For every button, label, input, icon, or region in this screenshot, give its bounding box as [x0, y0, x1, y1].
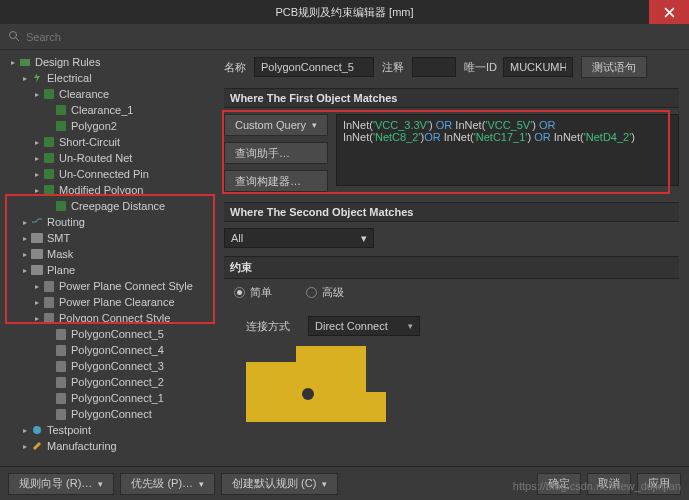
- priority-button[interactable]: 优先级 (P)…: [120, 473, 215, 495]
- tree-pc4[interactable]: PolygonConnect_4: [2, 342, 218, 358]
- tree-unconnected[interactable]: ▸Un-Connected Pin: [2, 166, 218, 182]
- tree-root[interactable]: ▸Design Rules: [2, 54, 218, 70]
- rules-tree: ▸Design Rules ▸Electrical ▸Clearance Cle…: [0, 50, 218, 458]
- chevron-down-icon: ▾: [361, 232, 367, 245]
- connect-style-label: 连接方式: [246, 319, 290, 334]
- tree-ppc[interactable]: ▸Power Plane Clearance: [2, 294, 218, 310]
- svg-rect-1: [20, 59, 30, 66]
- custom-query-dropdown[interactable]: Custom Query: [224, 114, 328, 136]
- radio-icon: [234, 287, 245, 298]
- tree-plane[interactable]: ▸Plane: [2, 262, 218, 278]
- second-match-dropdown[interactable]: All▾: [224, 228, 374, 248]
- tree-unrouted[interactable]: ▸Un-Routed Net: [2, 150, 218, 166]
- tree-pc3[interactable]: PolygonConnect_3: [2, 358, 218, 374]
- svg-point-2: [33, 426, 41, 434]
- name-label: 名称: [224, 60, 246, 75]
- radio-simple[interactable]: 简单: [234, 285, 272, 300]
- tree-routing[interactable]: ▸Routing: [2, 214, 218, 230]
- tree-pc5[interactable]: PolygonConnect_5: [2, 326, 218, 342]
- comment-input[interactable]: [412, 57, 456, 77]
- rule-wizard-button[interactable]: 规则向导 (R)…: [8, 473, 114, 495]
- tree-creepage[interactable]: Creepage Distance: [2, 198, 218, 214]
- tree-manufacturing[interactable]: ▸Manufacturing: [2, 438, 218, 454]
- tree-electrical[interactable]: ▸Electrical: [2, 70, 218, 86]
- query-helper-button[interactable]: 查询助手…: [224, 142, 328, 164]
- tree-pc[interactable]: PolygonConnect: [2, 406, 218, 422]
- window-title: PCB规则及约束编辑器 [mm]: [275, 5, 413, 20]
- connect-style-select[interactable]: Direct Connect: [308, 316, 420, 336]
- tree-polygon2[interactable]: Polygon2: [2, 118, 218, 134]
- close-icon: [664, 7, 675, 18]
- svg-point-0: [10, 31, 17, 38]
- radio-advanced[interactable]: 高级: [306, 285, 344, 300]
- first-match-header: Where The First Object Matches: [224, 88, 679, 108]
- cancel-button[interactable]: 取消: [587, 473, 631, 495]
- query-builder-button[interactable]: 查询构建器…: [224, 170, 328, 192]
- tree-modified-poly[interactable]: ▸Modified Polygon: [2, 182, 218, 198]
- pad-dot-icon: [302, 388, 314, 400]
- tree-ppcs[interactable]: ▸Power Plane Connect Style: [2, 278, 218, 294]
- tree-clearance[interactable]: ▸Clearance: [2, 86, 218, 102]
- ok-button[interactable]: 确定: [537, 473, 581, 495]
- tree-pcs[interactable]: ▸Polygon Connect Style: [2, 310, 218, 326]
- search-icon: [8, 30, 20, 44]
- create-default-button[interactable]: 创建默认规则 (C): [221, 473, 338, 495]
- connect-preview: [246, 346, 386, 436]
- tree-testpoint[interactable]: ▸Testpoint: [2, 422, 218, 438]
- name-input[interactable]: [254, 57, 374, 77]
- close-button[interactable]: [649, 0, 689, 24]
- tree-smt[interactable]: ▸SMT: [2, 230, 218, 246]
- tree-clearance1[interactable]: Clearance_1: [2, 102, 218, 118]
- id-input[interactable]: [503, 57, 573, 77]
- second-match-header: Where The Second Object Matches: [224, 202, 679, 222]
- apply-button[interactable]: 应用: [637, 473, 681, 495]
- radio-icon: [306, 287, 317, 298]
- search-input[interactable]: [26, 31, 206, 43]
- query-textarea[interactable]: InNet('VCC_3.3V') OR InNet('VCC_5V') OR …: [336, 114, 679, 186]
- test-query-button[interactable]: 测试语句: [581, 56, 647, 78]
- constraints-header: 约束: [224, 256, 679, 279]
- tree-pc2[interactable]: PolygonConnect_2: [2, 374, 218, 390]
- tree-pc1[interactable]: PolygonConnect_1: [2, 390, 218, 406]
- comment-label: 注释: [382, 60, 404, 75]
- tree-short-circuit[interactable]: ▸Short-Circuit: [2, 134, 218, 150]
- tree-mask[interactable]: ▸Mask: [2, 246, 218, 262]
- tree-highspeed[interactable]: ▸High Speed: [2, 454, 218, 458]
- id-label: 唯一ID: [464, 60, 497, 75]
